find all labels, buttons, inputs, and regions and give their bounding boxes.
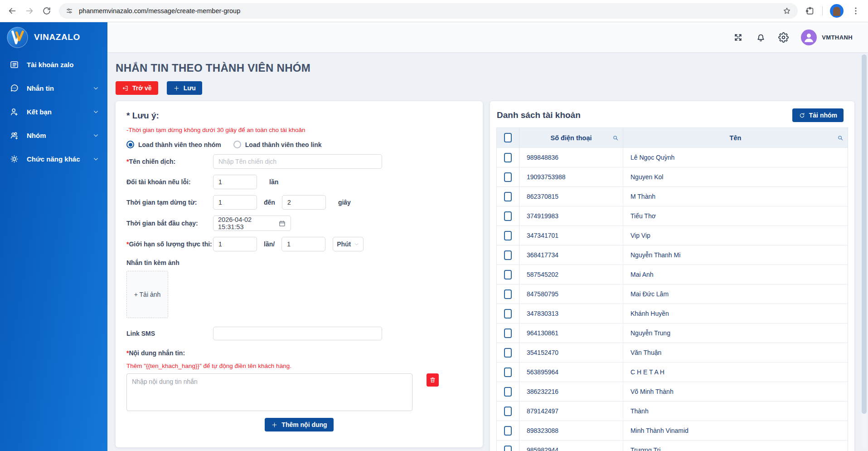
browser-back-icon[interactable] (7, 6, 17, 16)
trash-icon (429, 377, 436, 383)
row-checkbox[interactable] (504, 368, 512, 377)
upload-image-button[interactable]: + Tải ảnh (126, 271, 168, 318)
start-time-picker[interactable]: 2026-04-02 15:31:53 (213, 216, 291, 231)
account-name: Nguyễn Thanh Mi (623, 245, 848, 265)
browser-forward-icon[interactable] (24, 6, 34, 16)
row-checkbox[interactable] (504, 172, 512, 182)
row-checkbox[interactable] (504, 289, 512, 299)
accounts-table-header: Số điện thoại Tên (497, 128, 848, 147)
screen: phanmemvinazalo.com/message/create-membe… (0, 0, 868, 451)
radio-load-by-link[interactable]: Load thành viên theo link (233, 141, 322, 148)
scrollbar-thumb[interactable] (862, 54, 867, 414)
row-checkbox[interactable] (504, 192, 512, 201)
header-checkbox-cell (497, 128, 519, 147)
name-column-header[interactable]: Tên (623, 128, 848, 147)
row-checkbox[interactable] (504, 426, 512, 436)
row-checkbox[interactable] (504, 153, 512, 162)
row-checkbox[interactable] (504, 348, 512, 358)
switch-account-input[interactable] (213, 175, 257, 189)
link-sms-input[interactable] (213, 327, 382, 340)
sidebar-item-2[interactable]: Kết bạn (0, 100, 107, 123)
pause-to-input[interactable] (282, 195, 326, 210)
row-checkbox[interactable] (504, 328, 512, 338)
row-checkbox[interactable] (504, 309, 512, 319)
address-bar[interactable]: phanmemvinazalo.com/message/create-membe… (59, 3, 798, 19)
account-name: Nguyen Kol (623, 167, 848, 186)
page-scrollbar[interactable] (862, 54, 867, 449)
account-name: Mai Đức Lâm (623, 284, 848, 304)
radio-selected-icon[interactable] (126, 141, 134, 148)
account-phone: 563895964 (519, 363, 623, 382)
user-menu[interactable]: VMTHANH (801, 29, 853, 45)
browser-profile-avatar[interactable] (830, 4, 844, 18)
message-content-textarea[interactable] (126, 373, 412, 411)
toolbar-divider (822, 6, 823, 15)
select-all-checkbox[interactable] (504, 133, 512, 142)
account-row: 587545202 Mai Anh (497, 265, 848, 284)
phone-column-header[interactable]: Số điện thoại (519, 128, 623, 147)
settings-gear-icon[interactable] (778, 32, 789, 43)
fullscreen-icon[interactable] (733, 32, 743, 43)
account-row: 898323088 Minh Thành Vinamid (497, 421, 848, 440)
calendar-icon[interactable] (278, 220, 286, 227)
limit-per-word: lần/ (264, 240, 275, 248)
row-checkbox[interactable] (504, 387, 512, 397)
url-text[interactable]: phanmemvinazalo.com/message/create-membe… (79, 7, 777, 15)
limit-unit-select[interactable]: Phút (333, 237, 364, 251)
add-content-button[interactable]: Thêm nội dung (265, 418, 333, 431)
radio-load-by-group[interactable]: Load thành viên theo nhóm (126, 141, 221, 148)
limit-label: *Giới hạn số lượng thực thi: (126, 240, 213, 248)
switch-account-label: Đổi tài khoản nếu lỗi: (126, 178, 213, 186)
account-phone: 862370815 (519, 187, 623, 206)
sidebar-item-label: Nhắn tin (27, 84, 54, 92)
search-icon[interactable] (612, 135, 619, 141)
row-checkbox[interactable] (504, 211, 512, 221)
account-name: Minh Thành Vinamid (623, 421, 848, 440)
account-name: Trương Tri (623, 441, 848, 451)
account-row: 563895964 C H E T A H (497, 362, 848, 382)
row-checkbox[interactable] (504, 446, 512, 451)
notifications-bell-icon[interactable] (756, 32, 766, 43)
plus-icon (271, 422, 278, 428)
account-name: M Thành (623, 187, 848, 206)
pause-unit: giây (338, 199, 351, 206)
back-button[interactable]: Trở về (116, 81, 158, 95)
sidebar-item-4[interactable]: Chức năng khác (0, 147, 107, 171)
browser-menu-icon[interactable] (851, 6, 861, 16)
account-row: 354152470 Văn Thuận (497, 343, 848, 362)
account-phone: 347341701 (519, 226, 623, 245)
search-icon[interactable] (837, 135, 844, 141)
brand-name: VINAZALO (34, 32, 80, 42)
row-checkbox[interactable] (504, 231, 512, 240)
person-icon (803, 31, 815, 44)
radio-unselected-icon[interactable] (233, 141, 241, 148)
reload-groups-button[interactable]: Tải nhóm (792, 108, 844, 122)
chevron-down-icon (354, 241, 359, 247)
limit-count2-input[interactable] (281, 237, 325, 251)
accounts-table: Số điện thoại Tên 989848836 Lê Ngọc Quỳn… (496, 127, 848, 451)
sidebar-item-0[interactable]: Tài khoản zalo (0, 53, 107, 76)
bookmark-star-icon[interactable] (782, 6, 791, 15)
sidebar: VINAZALO Tài khoản zalo Nhắn tin Kết bạn… (0, 22, 107, 451)
site-settings-icon[interactable] (65, 7, 73, 15)
extensions-puzzle-icon[interactable] (805, 6, 815, 16)
campaign-name-input[interactable] (213, 154, 382, 169)
account-name: Lê Ngọc Quỳnh (623, 148, 848, 167)
page-title: NHẮN TIN THEO THÀNH VIÊN NHÓM (116, 62, 854, 74)
row-checkbox[interactable] (504, 250, 512, 260)
browser-reload-icon[interactable] (42, 6, 52, 16)
delete-content-button[interactable] (427, 373, 439, 387)
sidebar-item-3[interactable]: Nhóm (0, 123, 107, 147)
save-button[interactable]: Lưu (167, 81, 202, 95)
account-row: 347830313 Khánh Huyền (497, 304, 848, 323)
row-checkbox[interactable] (504, 270, 512, 279)
row-checkbox[interactable] (504, 407, 512, 416)
brand-block[interactable]: VINAZALO (0, 22, 107, 52)
return-icon (122, 85, 129, 92)
user-avatar (801, 29, 817, 45)
link-sms-label: Link SMS (126, 330, 213, 337)
sidebar-item-1[interactable]: Nhắn tin (0, 76, 107, 100)
note-title: * Lưu ý: (126, 111, 472, 121)
pause-from-input[interactable] (213, 195, 257, 210)
limit-count-input[interactable] (213, 237, 257, 251)
